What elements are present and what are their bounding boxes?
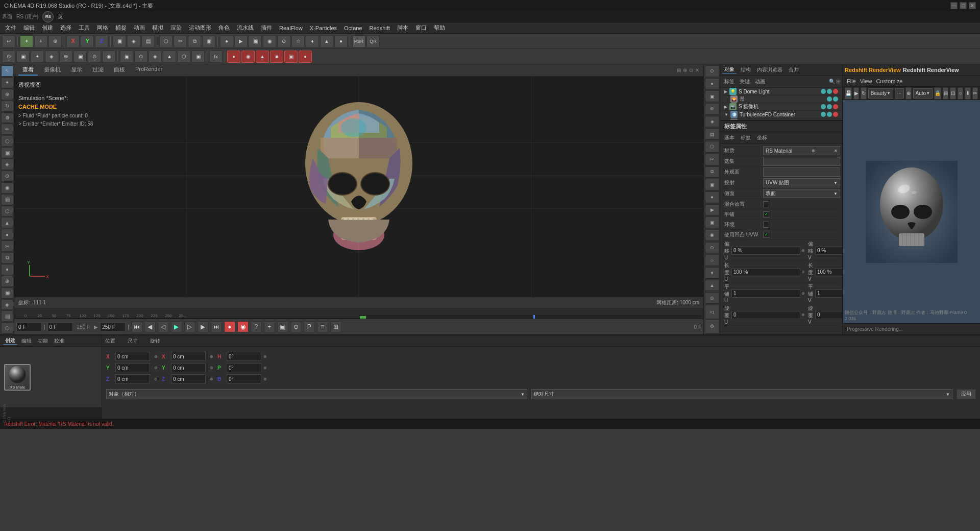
timeline-track[interactable] bbox=[360, 316, 701, 319]
props-tab-coord[interactable]: 坐标 bbox=[755, 133, 769, 142]
btn-info[interactable]: ? bbox=[251, 321, 262, 332]
coord-sz-ctrl[interactable]: ⊕ bbox=[210, 377, 213, 381]
coord-sx[interactable] bbox=[171, 352, 206, 361]
tb2-8[interactable]: ◉ bbox=[102, 51, 115, 63]
menu-tools[interactable]: 工具 bbox=[76, 23, 93, 33]
tb-rotate[interactable]: ⊕ bbox=[48, 35, 62, 47]
tool-rotate[interactable]: ↻ bbox=[1, 101, 13, 112]
menu-plugin[interactable]: 插件 bbox=[258, 23, 275, 33]
vp-btn-9[interactable]: ⧉ bbox=[705, 166, 719, 178]
rs-tb-clip[interactable]: ✂ bbox=[972, 87, 978, 100]
vp-btn-2[interactable]: ● bbox=[705, 78, 719, 90]
menu-realflow[interactable]: RealFlow bbox=[276, 24, 306, 32]
minimize-button[interactable]: — bbox=[950, 2, 958, 9]
rs-tb-lock[interactable]: 🔒 bbox=[934, 87, 941, 100]
tool-12[interactable]: ● bbox=[1, 229, 13, 240]
prop-env-checkbox[interactable] bbox=[763, 222, 769, 228]
coord-sy-ctrl[interactable]: ⊕ bbox=[210, 366, 213, 370]
vp-btn-15[interactable]: ⊙ bbox=[705, 242, 719, 254]
scenery-ctrl-2[interactable] bbox=[833, 96, 838, 102]
vp-btn-3[interactable]: ▣ bbox=[705, 90, 719, 102]
btn-play[interactable]: ▶ bbox=[171, 321, 182, 332]
cam-ctrl-2[interactable] bbox=[827, 104, 832, 109]
vp-ctrl4[interactable]: ✕ bbox=[695, 67, 699, 73]
dome-ctrl-2[interactable] bbox=[827, 89, 832, 94]
dome-ctrl-3[interactable] bbox=[833, 89, 838, 94]
menu-character[interactable]: 角色 bbox=[215, 23, 233, 33]
btn-key4[interactable]: P bbox=[304, 321, 315, 332]
tb-qr[interactable]: QR bbox=[366, 35, 380, 47]
tb-select-all[interactable]: ◈ bbox=[127, 35, 140, 47]
tb2-7[interactable]: ⊙ bbox=[88, 51, 101, 63]
menu-redshift[interactable]: Redshift bbox=[366, 24, 393, 32]
rs-tb-4view[interactable]: ⊡ bbox=[950, 87, 955, 100]
scene-btn-keys[interactable]: 关键 bbox=[738, 77, 752, 86]
scene-expand-icon[interactable]: ⊞ bbox=[836, 79, 840, 84]
coord-tab-size[interactable]: 尺寸 bbox=[128, 337, 138, 345]
tab-filter[interactable]: 过滤 bbox=[88, 65, 108, 76]
coord-y-pos[interactable] bbox=[115, 363, 150, 372]
prop-length-u-input[interactable] bbox=[731, 268, 800, 276]
coord-p-ctrl[interactable]: ⊕ bbox=[263, 366, 267, 370]
coord-x-pos[interactable] bbox=[115, 352, 150, 361]
vp-btn-4[interactable]: ⊕ bbox=[705, 103, 719, 115]
menu-mograph[interactable]: 运动图形 bbox=[186, 23, 214, 33]
tb2-red1[interactable]: ● bbox=[227, 51, 240, 63]
tb-y[interactable]: Y bbox=[81, 35, 94, 47]
tb-psr[interactable]: PSR bbox=[352, 35, 365, 47]
prop-tile-v-input[interactable] bbox=[815, 289, 842, 298]
search-icon[interactable]: 🔍 bbox=[829, 79, 835, 84]
scene-tab-merge[interactable]: 合并 bbox=[787, 66, 801, 74]
tb-grid[interactable]: ▤ bbox=[141, 35, 155, 47]
menu-select[interactable]: 选择 bbox=[57, 23, 75, 33]
vp-ctrl3[interactable]: ⊙ bbox=[689, 67, 693, 73]
prop-length-v-input[interactable] bbox=[815, 268, 842, 276]
coord-b[interactable] bbox=[227, 374, 261, 383]
tool-select[interactable]: ↖ bbox=[1, 65, 13, 77]
coord-sy[interactable] bbox=[171, 363, 206, 372]
vp-btn-5[interactable]: ◈ bbox=[705, 116, 719, 128]
frame-input2[interactable] bbox=[47, 322, 73, 331]
tb2-11[interactable]: ◈ bbox=[149, 51, 162, 63]
prop-material-dropdown[interactable]: RS Material ⊕ ✕ bbox=[763, 146, 840, 155]
btn-next-key[interactable]: ▶ bbox=[198, 321, 209, 332]
rs-tb-refresh[interactable]: ↻ bbox=[861, 87, 866, 100]
btn-record2[interactable]: ◉ bbox=[237, 321, 249, 332]
tb2-2[interactable]: ▣ bbox=[16, 51, 30, 63]
tool-20[interactable]: ⬡ bbox=[1, 322, 13, 333]
rs-tb-play[interactable]: ▶ bbox=[853, 87, 859, 100]
rs-tb-save[interactable]: 💾 bbox=[845, 87, 852, 100]
vp-btn-7[interactable]: ⬡ bbox=[705, 141, 719, 153]
menu-octane[interactable]: Octane bbox=[341, 24, 365, 32]
tb2-red5[interactable]: ▣ bbox=[284, 51, 298, 63]
vp-btn-12[interactable]: ▶ bbox=[705, 204, 719, 216]
btn-skip-start[interactable]: ⏮ bbox=[131, 321, 142, 332]
close-button[interactable]: ✕ bbox=[969, 2, 976, 9]
tool-7[interactable]: ⊙ bbox=[1, 171, 13, 182]
tb2-13[interactable]: ⬡ bbox=[177, 51, 190, 63]
scene-tab-objects[interactable]: 对象 bbox=[722, 66, 737, 74]
menu-help[interactable]: 帮助 bbox=[431, 23, 448, 33]
coord-sz[interactable] bbox=[171, 374, 206, 383]
scene-item-turbulence[interactable]: ▼ 💨 TurbulenceFD Container bbox=[720, 111, 842, 118]
vp-btn-8[interactable]: ✂ bbox=[705, 154, 719, 165]
prop-offset-u-input[interactable] bbox=[731, 247, 800, 255]
tab-panel[interactable]: 面板 bbox=[110, 65, 129, 76]
mat-tab-edit[interactable]: 编辑 bbox=[19, 337, 34, 345]
coord-b-ctrl[interactable]: ⊕ bbox=[263, 377, 267, 381]
end-frame-input[interactable] bbox=[100, 322, 126, 331]
rs-channel-dropdown[interactable]: ··· bbox=[895, 88, 904, 99]
tb-spline[interactable]: ◉ bbox=[263, 35, 276, 47]
tb2-14[interactable]: ▣ bbox=[191, 51, 205, 63]
tab-camera[interactable]: 摄像机 bbox=[40, 65, 65, 76]
rs-menu-file[interactable]: File bbox=[847, 78, 856, 84]
tool-8[interactable]: ◉ bbox=[1, 182, 13, 194]
tb2-red3[interactable]: ▲ bbox=[256, 51, 269, 63]
mat-tab-function[interactable]: 功能 bbox=[36, 337, 50, 345]
tb-z[interactable]: Z bbox=[95, 35, 108, 47]
btn-key3[interactable]: ⊙ bbox=[290, 321, 302, 332]
prop-uvw-checkbox[interactable]: ✓ bbox=[763, 232, 769, 238]
prop-offset-u-ctrl[interactable]: ⊕ bbox=[800, 248, 806, 253]
prop-proj-dropdown[interactable]: UVW 贴图 ▼ bbox=[763, 178, 840, 187]
tb2-10[interactable]: ⊙ bbox=[134, 51, 148, 63]
